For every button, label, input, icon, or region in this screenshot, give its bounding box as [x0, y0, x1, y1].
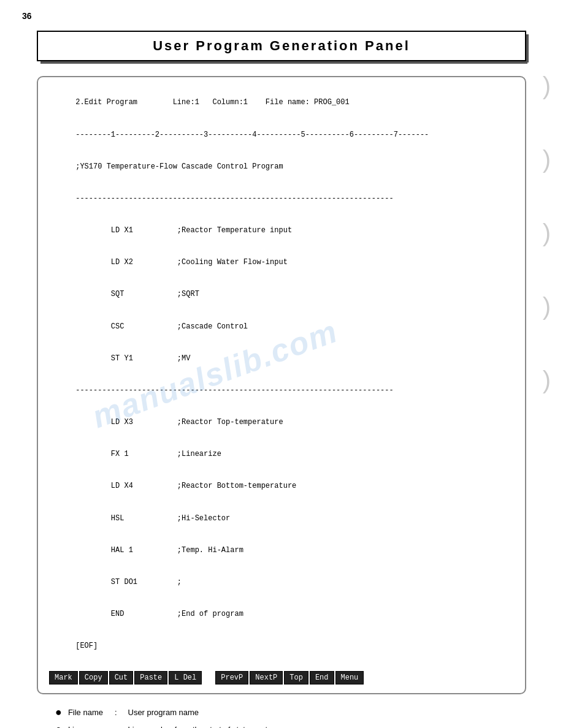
nextp-button[interactable]: NextP [250, 671, 283, 684]
code-area: 2.Edit Program Line:1 Column:1 File name… [49, 87, 514, 662]
code-line-10: HAL 1 ;Temp. Hi-Alarm [75, 546, 243, 555]
code-line-2: LD X2 ;Cooling Water Flow-input [75, 258, 288, 267]
bullet-text-1: User program name [128, 707, 527, 719]
title-box: User Program Generation Panel [37, 31, 526, 61]
code-line-6: LD X3 ;Reactor Top-temperature [75, 418, 283, 427]
ruler-line: --------1---------2----------3----------… [75, 131, 429, 139]
bullet-filename: ● File name : User program name [55, 707, 526, 719]
prevp-button[interactable]: PrevP [215, 671, 248, 684]
bullet-list: ● File name : User program name ● Line :… [55, 707, 526, 728]
code-line-4: CSC ;Cascade Control [75, 322, 248, 331]
bullet-label-2: Line [68, 724, 104, 728]
divider2: ----------------------------------------… [75, 386, 393, 395]
bullet-text-2: Line number from the start of statement [128, 724, 527, 728]
divider1: ----------------------------------------… [75, 194, 393, 203]
code-line-1: LD X1 ;Reactor Temperature input [75, 226, 292, 235]
main-title: User Program Generation Panel [50, 38, 513, 54]
menu-button[interactable]: Menu [335, 671, 364, 684]
code-line-11: ST DO1 ; [75, 578, 182, 586]
mark-button[interactable]: Mark [49, 671, 78, 684]
main-content: User Program Generation Panel 2.Edit Pro… [0, 0, 563, 728]
end-button[interactable]: End [310, 671, 334, 684]
paste-button[interactable]: Paste [134, 671, 167, 684]
bullet-dot-1: ● [55, 707, 62, 719]
top-button[interactable]: Top [284, 671, 308, 684]
code-line-9: HSL ;Hi-Selector [75, 514, 230, 523]
bullet-label-1: File name [68, 707, 104, 719]
bullet-dot-2: ● [55, 724, 62, 728]
button-bar: Mark Copy Cut Paste L Del PrevP NextP To… [49, 671, 514, 684]
bullet-line: ● Line : Line number from the start of s… [55, 724, 526, 728]
code-line-8: LD X4 ;Reactor Bottom-temperature [75, 482, 296, 490]
code-line-5: ST Y1 ;MV [75, 354, 190, 363]
bullet-colon-1: : [115, 707, 117, 719]
eof-line: [EOF] [75, 642, 98, 650]
ldel-button[interactable]: L Del [169, 671, 202, 684]
terminal-panel: 2.Edit Program Line:1 Column:1 File name… [37, 76, 526, 694]
code-line-7: FX 1 ;Linearize [75, 450, 221, 458]
bullet-colon-2: : [115, 724, 117, 728]
code-line-12: END ;End of program [75, 610, 243, 618]
copy-button[interactable]: Copy [79, 671, 108, 684]
header-line: 2.Edit Program Line:1 Column:1 File name… [75, 98, 349, 107]
code-line-3: SQT ;SQRT [75, 290, 199, 298]
cut-button[interactable]: Cut [109, 671, 134, 684]
comment-line: ;YS170 Temperature-Flow Cascade Control … [75, 162, 283, 171]
